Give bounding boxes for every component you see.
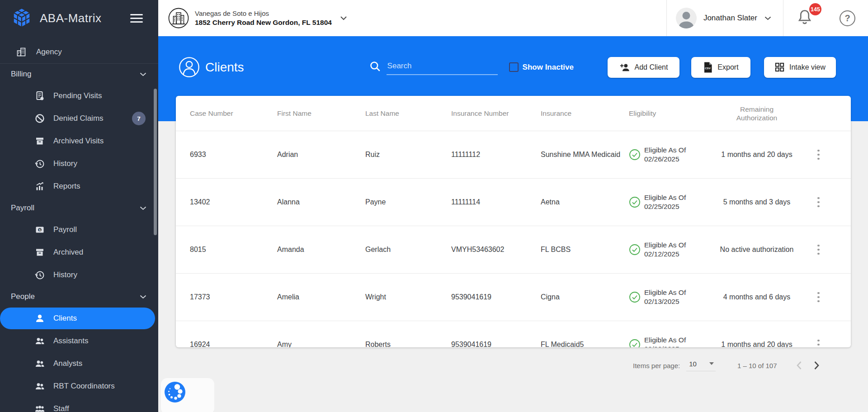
section-label: Billing xyxy=(11,70,31,79)
avatar xyxy=(676,8,697,28)
sidebar-scrollbar[interactable] xyxy=(154,89,157,235)
brand-cube-logo-icon xyxy=(12,7,32,29)
table-row[interactable]: 8015 Amanda Gerlach VMYH53463602 FL BCBS… xyxy=(176,226,851,274)
cell-insurance: Cigna xyxy=(541,293,629,301)
notification-count-badge: 145 xyxy=(809,3,821,15)
row-menu-kebab-icon[interactable] xyxy=(813,243,825,256)
cell-eligibility: Eligible As Of 02/20/2025 xyxy=(629,336,714,347)
sidebar-item-label: History xyxy=(53,270,77,279)
chat-widget-button[interactable] xyxy=(164,381,186,403)
people-group-icon xyxy=(34,381,45,392)
row-menu-kebab-icon[interactable] xyxy=(813,195,825,209)
sidebar-item-label: Pending Visits xyxy=(53,91,102,100)
eligibility-date: 02/25/2025 xyxy=(644,202,686,211)
denied-claims-icon xyxy=(34,113,45,124)
sidebar-item-denied-claims[interactable]: Denied Claims 7 xyxy=(0,107,158,130)
cell-case-number: 13402 xyxy=(176,198,277,206)
table-row[interactable]: 6933 Adrian Ruiz 11111112 Sunshine MMA M… xyxy=(176,131,851,179)
cell-first-name: Amanda xyxy=(277,246,365,254)
table-row[interactable]: 17373 Amelia Wright 9539041619 Cigna Eli… xyxy=(176,274,851,321)
sidebar-item-payroll-archived[interactable]: Archived xyxy=(0,241,158,264)
chevron-down-icon xyxy=(140,295,146,299)
chevron-down-icon xyxy=(764,16,771,20)
sidebar-item-label: History xyxy=(53,159,77,168)
history-icon xyxy=(34,158,45,169)
cell-first-name: Alanna xyxy=(277,198,365,206)
sidebar-item-label: Agency xyxy=(36,47,62,57)
eligibility-date: 02/13/2025 xyxy=(644,297,686,306)
help-button[interactable]: ? xyxy=(828,10,868,26)
company-selector[interactable]: Vanegas de Soto e Hijos 1852 Cherry Road… xyxy=(168,7,347,29)
clients-table-card: Case Number First Name Last Name Insuran… xyxy=(176,96,851,347)
sidebar-section-billing[interactable]: Billing xyxy=(0,64,158,85)
row-menu-kebab-icon[interactable] xyxy=(813,148,825,161)
sidebar-item-billing-history[interactable]: History xyxy=(0,152,158,175)
chevron-down-icon xyxy=(140,72,146,76)
notifications-button[interactable]: 145 xyxy=(783,9,828,28)
search-input[interactable] xyxy=(387,60,498,75)
eligibility-status: Eligible As Of xyxy=(644,193,686,202)
sidebar-section-payroll[interactable]: Payroll xyxy=(0,198,158,218)
intake-view-label: Intake view xyxy=(789,63,826,71)
add-client-label: Add Client xyxy=(635,63,668,71)
next-page-icon[interactable] xyxy=(814,361,820,370)
eligibility-date: 02/26/2025 xyxy=(644,155,686,164)
cell-insurance-number: 11111112 xyxy=(451,151,541,159)
sidebar-item-clients[interactable]: Clients xyxy=(0,308,155,329)
sidebar-item-label: Staff xyxy=(53,404,69,412)
topbar: Vanegas de Soto e Hijos 1852 Cherry Road… xyxy=(158,0,868,36)
cell-case-number: 8015 xyxy=(176,246,277,254)
previous-page-icon[interactable] xyxy=(796,361,802,370)
sidebar-item-label: Payroll xyxy=(53,225,77,234)
cell-case-number: 16924 xyxy=(176,341,277,347)
person-icon xyxy=(34,313,45,324)
cell-case-number: 17373 xyxy=(176,293,277,301)
sidebar-item-staff[interactable]: Staff xyxy=(0,398,158,412)
reports-icon xyxy=(34,181,45,192)
sidebar-item-payroll-history[interactable]: History xyxy=(0,264,158,286)
add-client-button[interactable]: Add Client xyxy=(608,57,679,78)
chat-widget-spinner-icon xyxy=(164,381,186,403)
table-row[interactable]: 16924 Amy Roberts 9539041619 FL Medicaid… xyxy=(176,321,851,347)
cell-last-name: Ruiz xyxy=(365,151,451,159)
payroll-icon: $ xyxy=(34,224,45,235)
table-header-row: Case Number First Name Last Name Insuran… xyxy=(176,96,851,131)
sidebar-item-pending-visits[interactable]: Pending Visits xyxy=(0,85,158,107)
eligibility-status: Eligible As Of xyxy=(644,146,686,155)
sidebar-item-reports[interactable]: Reports xyxy=(0,175,158,198)
column-header-remaining-authorization: Remaining Authorization xyxy=(714,105,800,122)
show-inactive-checkbox[interactable] xyxy=(509,62,519,72)
sidebar-item-assistants[interactable]: Assistants xyxy=(0,330,158,352)
row-menu-kebab-icon[interactable] xyxy=(813,290,825,304)
sidebar-item-label: Denied Claims xyxy=(53,114,104,123)
column-header-last-name: Last Name xyxy=(365,109,451,118)
chevron-down-icon xyxy=(340,16,347,20)
eligibility-status: Eligible As Of xyxy=(644,241,686,250)
cell-remaining-authorization: 5 months and 3 days xyxy=(714,198,800,206)
sidebar-item-payroll[interactable]: $ Payroll xyxy=(0,218,158,241)
export-button[interactable]: CSV Export xyxy=(691,57,750,78)
section-label: People xyxy=(11,292,35,301)
intake-view-button[interactable]: Intake view xyxy=(764,57,836,78)
items-per-page-select[interactable]: 10 xyxy=(686,360,716,371)
sidebar-item-agency[interactable]: Agency xyxy=(0,41,158,63)
table-row[interactable]: 13402 Alanna Payne 11111114 Aetna Eligib… xyxy=(176,179,851,226)
sidebar-item-archived-visits[interactable]: Archived Visits xyxy=(0,130,158,152)
history-icon xyxy=(34,270,45,280)
cell-insurance: Aetna xyxy=(541,198,629,206)
sidebar-item-analysts[interactable]: Analysts xyxy=(0,352,158,375)
column-header-insurance-number: Insurance Number xyxy=(451,109,541,118)
cell-insurance: FL BCBS xyxy=(541,246,629,254)
sidebar-section-people[interactable]: People xyxy=(0,286,158,307)
cell-insurance-number: VMYH53463602 xyxy=(451,246,541,254)
eligible-check-icon xyxy=(629,149,641,161)
user-menu[interactable]: Jonathan Slater xyxy=(667,8,783,28)
person-add-icon xyxy=(619,62,630,72)
menu-icon[interactable] xyxy=(130,12,143,25)
sidebar-item-rbt-coordinators[interactable]: RBT Coordinators xyxy=(0,375,158,398)
cell-eligibility: Eligible As Of 02/12/2025 xyxy=(629,241,714,259)
cell-eligibility: Eligible As Of 02/13/2025 xyxy=(629,288,714,306)
people-group-icon xyxy=(34,358,45,369)
show-inactive-toggle[interactable]: Show Inactive xyxy=(509,62,574,72)
row-menu-kebab-icon[interactable] xyxy=(813,338,825,347)
